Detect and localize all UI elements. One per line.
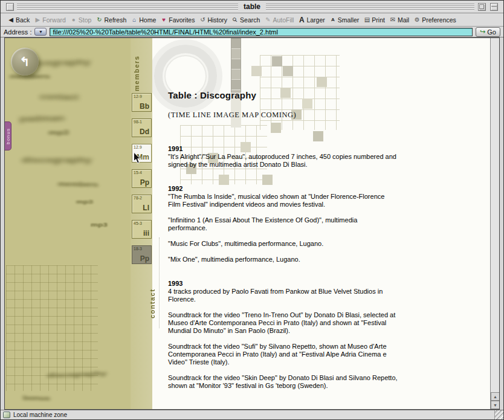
toolbar-button-label: Forward: [42, 16, 66, 24]
nav-button-number: 78-2: [134, 196, 142, 200]
home-icon: ⌂: [131, 17, 137, 23]
page: Table : Discography (TIME LINE IMAGE MAP…: [152, 38, 490, 409]
section-paragraph: "The Rumba Is Inside", musical video sho…: [168, 193, 398, 208]
toolbar-button-label: Mail: [398, 16, 409, 24]
preferences-icon: ⚙: [414, 17, 420, 23]
toolbar-button-label: Smaller: [338, 16, 360, 24]
logo-arrow-icon: ↰: [20, 54, 30, 69]
deco-grid-cell: [317, 77, 327, 87]
print-icon: ▤: [364, 17, 370, 23]
address-input[interactable]: file:///025%20-%20Table/table%20HTML/FIN…: [50, 28, 473, 36]
toolbar-button-larger[interactable]: ALarger: [299, 16, 325, 24]
sidebar-nav-button-pp: 18-3Pp: [132, 245, 152, 264]
section-paragraph: "Music For Clubs", multimedia performanc…: [168, 240, 398, 248]
toolbar-button-print[interactable]: ▤Print: [364, 16, 385, 24]
go-arrow-icon: ↪: [480, 28, 485, 35]
section-year-heading: 1992: [168, 185, 398, 193]
toolbar-button-home[interactable]: ⌂Home: [131, 16, 156, 24]
browser-content: discographymemberscontactpadmanmp3discog…: [4, 37, 500, 410]
sidebar: discographymemberscontactpadmanmp3discog…: [5, 38, 152, 409]
toolbar-button-label: Back: [16, 16, 30, 24]
arrow-up-icon: ▲: [493, 395, 497, 399]
sidebar-nav-button-iii[interactable]: 45-3iii: [132, 220, 152, 239]
page-subtitle: (TIME LINE IMAGE MAP COMING): [168, 111, 398, 120]
bonus-tab[interactable]: bonus: [5, 121, 11, 150]
address-dropdown[interactable]: ▼: [34, 28, 47, 36]
toolbar-button-label: Preferences: [422, 16, 456, 24]
nav-button-letters: iii: [143, 229, 149, 237]
discography-section: 19934 tracks produced by Paolo Favati fr…: [168, 280, 398, 390]
deco-grid-cell: [251, 66, 262, 76]
toolbar-button-back[interactable]: ◀Back: [8, 16, 30, 24]
section-paragraph: "Mix One", multimedia performance, Lugan…: [168, 256, 398, 263]
sidebar-nav-button-bb[interactable]: 12-9Bb: [132, 93, 152, 112]
toolbar-button-label: Print: [372, 16, 385, 24]
toolbar-button-autofill[interactable]: ✎AutoFill: [265, 16, 294, 24]
address-bar: Address : ▼ file:///025%20-%20Table/tabl…: [1, 27, 503, 37]
section-paragraph: Soundtrack for the video "Treno In-Treno…: [168, 311, 398, 335]
vertical-scrollbar[interactable]: ▲ ▼: [490, 38, 499, 409]
sidebar-link-members[interactable]: members: [133, 53, 140, 91]
address-label: Address :: [4, 28, 31, 36]
toolbar-button-label: Favorites: [169, 16, 195, 24]
toolbar-button-label: Home: [139, 16, 156, 24]
arrow-down-icon: ▼: [493, 403, 497, 407]
forward-icon: ▶: [34, 17, 40, 23]
nav-button-number: 12-9: [134, 94, 142, 99]
status-bar: Local machine zone: [1, 410, 503, 419]
collapse-button[interactable]: [490, 3, 498, 11]
go-button[interactable]: ↪ Go: [476, 27, 500, 37]
toolbar-button-refresh[interactable]: ↻Refresh: [96, 16, 126, 24]
dashed-line-decoration: [159, 237, 160, 328]
deco-grid-cell: [272, 56, 282, 66]
nav-button-letters: Dd: [140, 128, 149, 136]
autofill-icon: ✎: [265, 17, 271, 23]
sidebar-nav-button-ll[interactable]: 78-2Ll: [132, 195, 152, 213]
scroll-up-button[interactable]: ▲: [491, 392, 499, 401]
sidebar-texture-word: members: [58, 181, 99, 188]
toolbar-button-forward[interactable]: ▶Forward: [34, 16, 66, 24]
toolbar-button-label: AutoFill: [273, 16, 294, 24]
toolbar-button-mail[interactable]: ✉Mail: [390, 16, 409, 24]
section-paragraph: "Infinitino 1 (An Essai About The Existe…: [168, 216, 398, 232]
toolbar-button-history[interactable]: ↺History: [199, 16, 227, 24]
toolbar-button-stop[interactable]: ●Stop: [71, 16, 92, 24]
nav-button-letters: Bb: [140, 102, 149, 111]
zoom-button[interactable]: [478, 3, 486, 11]
nav-button-letters: Pp: [140, 178, 149, 187]
toolbar-button-favorites[interactable]: ♥Favorites: [161, 16, 195, 24]
address-url: file:///025%20-%20Table/table%20HTML/FIN…: [53, 28, 277, 36]
nav-button-letters: Ll: [143, 204, 149, 212]
favorites-icon: ♥: [161, 17, 167, 23]
toolbar-button-smaller[interactable]: ASmaller: [330, 16, 360, 24]
scroll-down-button[interactable]: ▼: [491, 401, 499, 409]
toolbar-button-label: Refresh: [104, 16, 126, 24]
section-paragraph: "It's Alright"/"Sur La Peau", autoproduc…: [168, 153, 398, 169]
toolbar-button-preferences[interactable]: ⚙Preferences: [414, 16, 456, 24]
search-icon: ⚲: [231, 15, 239, 24]
mail-icon: ✉: [390, 17, 396, 23]
bonus-tab-label: bonus: [5, 128, 11, 144]
site-logo[interactable]: ↰: [11, 48, 39, 76]
discography-sections: 1991"It's Alright"/"Sur La Peau", autopr…: [168, 145, 398, 390]
nav-button-number: 98-1: [134, 120, 142, 124]
section-paragraph: Soundtrack fot the video "Sufi" by Silva…: [168, 343, 398, 366]
toolbar-button-search[interactable]: ⚲Search: [232, 16, 260, 24]
sidebar-nav-button-pp[interactable]: 15-4Pp: [132, 169, 152, 188]
sidebar-nav-button-dd[interactable]: 98-1Dd: [132, 118, 152, 137]
resize-grip[interactable]: [494, 410, 503, 419]
toolbar-button-label: Search: [240, 16, 260, 24]
title-bar[interactable]: table: [1, 1, 503, 13]
sidebar-link-contact[interactable]: contact: [149, 279, 156, 318]
larger-icon: A: [299, 16, 305, 24]
sidebar-texture-word: bonus: [23, 395, 50, 402]
toolbar: ◀Back▶Forward●Stop↻Refresh⌂Home♥Favorite…: [1, 13, 503, 27]
toolbar-button-label: Stop: [79, 16, 92, 24]
nav-button-letters: Pp: [140, 254, 149, 263]
close-button[interactable]: [6, 3, 14, 11]
nav-button-number: 12.9: [134, 145, 142, 149]
page-text: Table : Discography (TIME LINE IMAGE MAP…: [168, 90, 398, 390]
section-paragraph: Soundtrack for the video "Skin Deep" by …: [168, 374, 398, 390]
deco-grid-cell: [283, 66, 293, 76]
sidebar-texture-word: mp3: [76, 199, 93, 205]
